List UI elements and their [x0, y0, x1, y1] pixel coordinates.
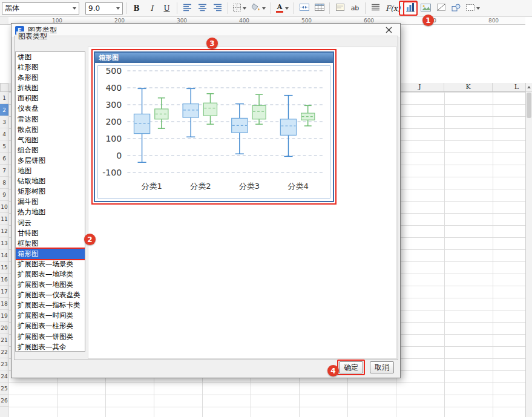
- chart-type-item[interactable]: 箱形图: [16, 249, 85, 259]
- group-box-label: 图表类型: [16, 31, 49, 42]
- underline-button[interactable]: U: [160, 1, 174, 16]
- row-header[interactable]: 12: [0, 225, 8, 237]
- row-header[interactable]: 18: [0, 298, 8, 310]
- borders-button[interactable]: [231, 1, 248, 16]
- chart-type-item[interactable]: 扩展图表—时间类: [16, 310, 85, 321]
- cancel-button[interactable]: 取消: [370, 361, 394, 373]
- chart-type-item[interactable]: 雷达图: [16, 114, 85, 125]
- chart-type-list: 饼图柱形图条形图折线图面积图仪表盘雷达图散点图气泡图组合图多层饼图地图钻取地图矩…: [15, 51, 85, 352]
- row-header[interactable]: 6: [0, 153, 8, 165]
- row-header[interactable]: 7: [0, 165, 8, 177]
- chart-type-item[interactable]: 扩展图表—饼图类: [16, 332, 85, 342]
- chart-type-item[interactable]: 扩展图表—其余: [16, 342, 85, 352]
- row-header[interactable]: 9: [0, 189, 8, 201]
- chart-type-item[interactable]: 扩展图表—地球类: [16, 269, 85, 280]
- row-header[interactable]: 11: [0, 213, 8, 225]
- chart-type-item[interactable]: 扩展图表—仪表盘类: [16, 290, 85, 300]
- chart-type-item[interactable]: 扩展图表—地图类: [16, 280, 85, 290]
- boxplot-svg: 5004003002001000-100分类1分类2分类3分类4: [98, 66, 330, 198]
- ok-button[interactable]: 确定: [339, 361, 363, 373]
- align-right-button[interactable]: [211, 1, 225, 16]
- chart-type-item[interactable]: 仪表盘: [16, 103, 85, 114]
- vertical-scrollbar[interactable]: [525, 83, 532, 417]
- row-header[interactable]: 21: [0, 334, 8, 346]
- chart-type-item[interactable]: 框架图: [16, 238, 85, 249]
- chart-type-item[interactable]: 饼图: [16, 52, 85, 62]
- chevron-down-icon: [73, 7, 76, 10]
- chart-type-item[interactable]: 气泡图: [16, 135, 85, 145]
- merge-cells-button[interactable]: [297, 1, 311, 16]
- row-header[interactable]: 24: [0, 370, 8, 383]
- insert-image-button[interactable]: [419, 1, 433, 16]
- chart-type-item[interactable]: 甘特图: [16, 228, 85, 238]
- italic-button[interactable]: I: [145, 1, 159, 16]
- row-header[interactable]: 15: [0, 261, 8, 274]
- row-header[interactable]: 2: [0, 104, 8, 116]
- chart-type-item[interactable]: 扩展图表—指标卡类: [16, 300, 85, 310]
- float-rect-icon: [466, 4, 475, 13]
- chart-type-item[interactable]: 地图: [16, 166, 85, 176]
- chevron-down-icon: [285, 7, 289, 10]
- chart-type-item[interactable]: 散点图: [16, 125, 85, 135]
- chart-type-item[interactable]: 扩展图表—柱形类: [16, 321, 85, 331]
- float-element-button[interactable]: [464, 1, 482, 16]
- preview-panel-title: 箱形图: [95, 53, 333, 63]
- svg-text:100: 100: [105, 134, 122, 143]
- row-header[interactable]: 13: [0, 237, 8, 249]
- chart-type-item[interactable]: 漏斗图: [16, 197, 85, 207]
- insert-shape-button[interactable]: [449, 1, 463, 16]
- chart-type-item[interactable]: 折线图: [16, 83, 85, 93]
- column-header[interactable]: K: [444, 83, 493, 91]
- bold-button[interactable]: B: [130, 1, 143, 16]
- row-header[interactable]: 22: [0, 346, 8, 358]
- ab-text-button[interactable]: ab: [348, 1, 362, 16]
- align-left-button[interactable]: [180, 1, 194, 16]
- chart-type-item[interactable]: 热力地图: [16, 207, 85, 217]
- row-header[interactable]: 19: [0, 310, 8, 322]
- font-color-letter: A: [277, 4, 283, 10]
- row-header[interactable]: 16: [0, 274, 8, 286]
- row-header[interactable]: 14: [0, 249, 8, 261]
- chart-type-item[interactable]: 词云: [16, 218, 85, 228]
- svg-text:500: 500: [105, 66, 122, 76]
- slash-line-button[interactable]: [434, 1, 448, 16]
- paint-bucket-icon: [251, 3, 260, 13]
- step-2-badge: 2: [84, 234, 96, 245]
- unmerge-cells-button[interactable]: [312, 1, 326, 16]
- row-header[interactable]: 3: [0, 116, 8, 128]
- chart-type-item[interactable]: 条形图: [16, 73, 85, 83]
- chart-type-item[interactable]: 面积图: [16, 93, 85, 103]
- row-header[interactable]: 5: [0, 140, 8, 153]
- row-header[interactable]: 20: [0, 322, 8, 334]
- row-header[interactable]: 23: [0, 358, 8, 370]
- font-family-select[interactable]: 黑体: [2, 2, 79, 15]
- chart-preview-pane: 箱形图 5004003002001000-100分类1分类2分类3分类4: [88, 47, 397, 359]
- row-header[interactable]: 10: [0, 201, 8, 213]
- row-header[interactable]: 25: [0, 383, 8, 395]
- row-header[interactable]: 17: [0, 286, 8, 298]
- column-header[interactable]: J: [396, 83, 444, 91]
- align-center-button[interactable]: [195, 1, 209, 16]
- chart-type-item[interactable]: 钻取地图: [16, 176, 85, 186]
- chart-type-item[interactable]: 多层饼图: [16, 156, 85, 166]
- scroll-up-button[interactable]: [526, 83, 532, 92]
- chart-type-item[interactable]: 矩形树图: [16, 186, 85, 197]
- row-header[interactable]: 4: [0, 128, 8, 140]
- row-header[interactable]: 1: [0, 92, 8, 104]
- close-button[interactable]: [381, 25, 396, 37]
- column-header[interactable]: L: [493, 83, 525, 91]
- rich-text-button[interactable]: [369, 1, 383, 16]
- chart-type-item[interactable]: 扩展图表—场景类: [16, 259, 85, 269]
- font-size-select[interactable]: 9.0: [85, 2, 123, 15]
- chart-type-item[interactable]: 组合图: [16, 145, 85, 156]
- fill-color-button[interactable]: [249, 1, 268, 16]
- cell-attributes-button[interactable]: [333, 1, 347, 16]
- row-header[interactable]: 8: [0, 177, 8, 189]
- row-header[interactable]: 26: [0, 395, 8, 407]
- boxplot-preview-panel[interactable]: 箱形图 5004003002001000-100分类1分类2分类3分类4: [94, 51, 334, 202]
- chart-type-item[interactable]: 柱形图: [16, 62, 85, 73]
- font-color-icon: A: [276, 4, 283, 13]
- font-color-button[interactable]: A: [274, 1, 291, 16]
- scrollbar-thumb[interactable]: [527, 93, 531, 118]
- ruler-mark: 800: [462, 18, 525, 24]
